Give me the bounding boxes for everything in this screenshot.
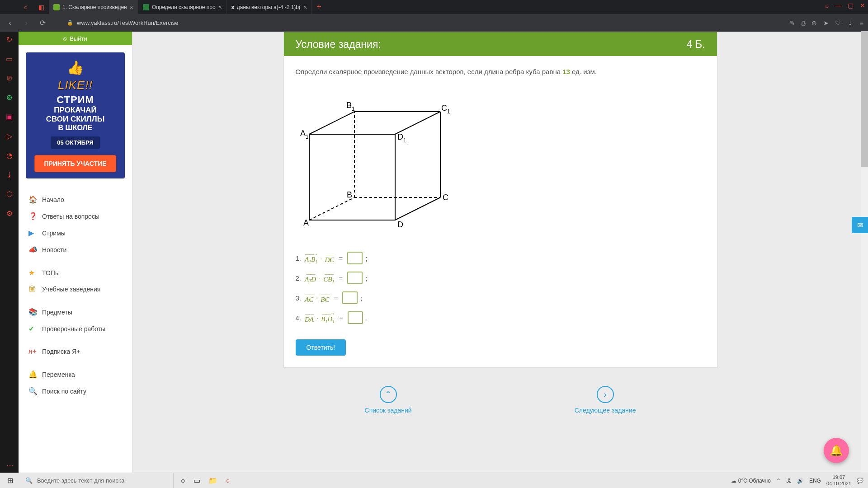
menu-icon: 📣 bbox=[28, 245, 37, 254]
more-icon[interactable]: ⋯ bbox=[6, 461, 14, 470]
tail: ; bbox=[360, 294, 362, 302]
scrollbar[interactable] bbox=[861, 31, 868, 473]
menu-label: Предметы bbox=[42, 309, 72, 316]
sidebar-item[interactable]: 📚Предметы bbox=[19, 304, 132, 320]
edge-value: 13 bbox=[562, 68, 570, 75]
answer-button[interactable]: Ответить! bbox=[296, 339, 346, 356]
close-icon[interactable]: × bbox=[218, 4, 222, 11]
start-button[interactable]: ⊞ bbox=[0, 476, 20, 485]
dl-icon[interactable]: ⭳ bbox=[6, 171, 13, 179]
notifications-fab[interactable]: 🔔 bbox=[824, 438, 849, 463]
url-field[interactable]: 🔒 www.yaklass.ru/TestWorkRun/Exercise bbox=[53, 19, 863, 26]
sidebar-item[interactable]: ❓Ответы на вопросы bbox=[19, 208, 132, 225]
snapshot-icon[interactable]: ⎙ bbox=[802, 19, 805, 27]
play-icon[interactable]: ▷ bbox=[7, 132, 12, 141]
volume-icon[interactable]: 🔊 bbox=[797, 478, 804, 484]
vector-2: ——→DC bbox=[325, 253, 335, 264]
heart-icon[interactable]: ♡ bbox=[835, 19, 841, 27]
menu-label: Начало bbox=[42, 196, 64, 203]
sidebar-item[interactable]: ▶Стримы bbox=[19, 225, 132, 241]
favicon-icon bbox=[53, 4, 60, 10]
vector-2: ——→BC bbox=[321, 292, 329, 304]
sidebar-item[interactable]: 🏛Учебные заведения bbox=[19, 281, 132, 297]
network-icon[interactable]: 🖧 bbox=[786, 478, 792, 484]
download-icon[interactable]: ⭳ bbox=[847, 19, 854, 27]
opera-icon[interactable]: ○ bbox=[21, 2, 31, 12]
answer-input[interactable] bbox=[347, 272, 363, 284]
sidebar-item[interactable]: ✔Проверочные работы bbox=[19, 320, 132, 337]
minimize-icon[interactable]: — bbox=[835, 2, 841, 9]
chevron-up-icon: ⌃ bbox=[380, 386, 397, 403]
opera-sidebar: ↻ ▭ ⎚ ⊚ ▣ ▷ ◔ ⭳ ⬡ ⚙ bbox=[0, 32, 19, 473]
ad-line4: В ШКОЛЕ bbox=[30, 124, 120, 132]
twitch-icon[interactable]: ⎚ bbox=[7, 74, 12, 82]
gear-icon[interactable]: ⚙ bbox=[6, 209, 13, 218]
instagram-icon[interactable]: ▣ bbox=[6, 113, 13, 121]
menu-icon: 🔍 bbox=[28, 387, 37, 395]
whatsapp-icon[interactable]: ⊚ bbox=[6, 93, 12, 102]
cube-icon[interactable]: ⬡ bbox=[6, 190, 13, 198]
sidebar-item[interactable]: 🔔Переменка bbox=[19, 366, 132, 383]
lang-indicator[interactable]: ENG bbox=[809, 478, 821, 484]
ad-cta-button[interactable]: ПРИНЯТЬ УЧАСТИЕ bbox=[34, 155, 116, 172]
close-icon[interactable]: × bbox=[130, 4, 133, 11]
mail-fab[interactable]: ✉ bbox=[852, 217, 868, 233]
svg-text:C: C bbox=[443, 193, 448, 202]
clock[interactable]: 19:07 04.10.2021 bbox=[826, 474, 851, 486]
menu-icon: ✔ bbox=[28, 324, 37, 333]
menu-label: Поиск по сайту bbox=[42, 388, 86, 395]
sidebar-item[interactable]: ★ТОПы bbox=[19, 264, 132, 281]
send-icon[interactable]: ➤ bbox=[823, 19, 829, 27]
action-center-icon[interactable]: 💬 bbox=[857, 478, 863, 484]
sidebar-item[interactable]: 🏠Начало bbox=[19, 191, 132, 208]
tab-2[interactable]: Определи скалярное про × bbox=[138, 0, 227, 14]
tray-chevron-icon[interactable]: ⌃ bbox=[776, 478, 781, 484]
svg-text:A: A bbox=[303, 218, 309, 227]
stream-ad[interactable]: 👍 LIKE!! СТРИМ ПРОКАЧАЙ СВОИ СКИЛЛЫ В ШК… bbox=[26, 52, 125, 178]
problem-before: Определи скалярное произведение данных в… bbox=[296, 68, 563, 75]
tab-label: Определи скалярное про bbox=[152, 4, 216, 10]
answer-input[interactable] bbox=[348, 311, 363, 324]
explorer-icon[interactable]: 📁 bbox=[208, 476, 217, 485]
tab-3[interactable]: з даны векторы a(-4 -2 1)b( × bbox=[227, 0, 312, 14]
back-button[interactable]: ‹ bbox=[5, 19, 15, 27]
menu-label: Новости bbox=[42, 246, 66, 253]
reload-button[interactable]: ⟳ bbox=[37, 19, 48, 27]
nav-menu: 🏠Начало❓Ответы на вопросы▶Стримы📣Новости… bbox=[19, 186, 132, 405]
browser-tabbar: ○ ◧ 1. Скалярное произведен × Определи с… bbox=[0, 0, 868, 14]
new-tab-button[interactable]: + bbox=[312, 2, 326, 12]
sidebar-item[interactable]: я+Подписка Я+ bbox=[19, 343, 132, 360]
answer-input[interactable] bbox=[347, 252, 363, 264]
tab-label: даны векторы a(-4 -2 1)b( bbox=[237, 4, 301, 10]
search-icon[interactable]: ⌕ bbox=[825, 2, 829, 9]
ad-date: 05 ОКТЯБРЯ bbox=[51, 136, 100, 149]
search-icon: 🔍 bbox=[25, 477, 33, 484]
next-task-button[interactable]: › Следующее задание bbox=[575, 386, 636, 414]
close-icon[interactable]: × bbox=[303, 4, 307, 11]
history-icon[interactable]: ↻ bbox=[6, 35, 12, 44]
exit-button[interactable]: ⎋ Выйти bbox=[19, 32, 132, 45]
taskbar-search[interactable]: 🔍 Введите здесь текст для поиска bbox=[20, 473, 174, 488]
tab-1[interactable]: 1. Скалярное произведен × bbox=[49, 0, 138, 14]
clock-icon[interactable]: ◔ bbox=[6, 151, 13, 160]
weather-widget[interactable]: ☁ 0°C Облачно bbox=[731, 478, 770, 484]
tab-prefix: з bbox=[231, 4, 234, 10]
taskview-icon[interactable]: ▭ bbox=[193, 476, 200, 485]
workspace-icon[interactable]: ◧ bbox=[36, 2, 46, 12]
sidebar-item[interactable]: 📣Новости bbox=[19, 241, 132, 258]
opera-tb-icon[interactable]: ○ bbox=[226, 477, 230, 485]
sidebar-item[interactable]: 🔍Поиск по сайту bbox=[19, 383, 132, 399]
task-list-button[interactable]: ⌃ Список заданий bbox=[365, 386, 412, 414]
menu-icon[interactable]: ≡ bbox=[860, 19, 863, 27]
cortana-icon[interactable]: ○ bbox=[181, 477, 185, 485]
question-row: 4. ——→DA · ——→B1D1 = . bbox=[296, 311, 705, 324]
edit-icon[interactable]: ✎ bbox=[790, 19, 795, 27]
block-icon[interactable]: ⊘ bbox=[811, 19, 817, 27]
chevron-right-icon: › bbox=[597, 386, 614, 403]
menu-icon: 🏠 bbox=[28, 195, 37, 204]
maximize-icon[interactable]: ▢ bbox=[848, 2, 854, 9]
close-window-icon[interactable]: ✕ bbox=[860, 2, 865, 9]
forward-button[interactable]: › bbox=[21, 19, 32, 27]
bookmark-icon[interactable]: ▭ bbox=[6, 55, 13, 63]
answer-input[interactable] bbox=[342, 291, 358, 304]
